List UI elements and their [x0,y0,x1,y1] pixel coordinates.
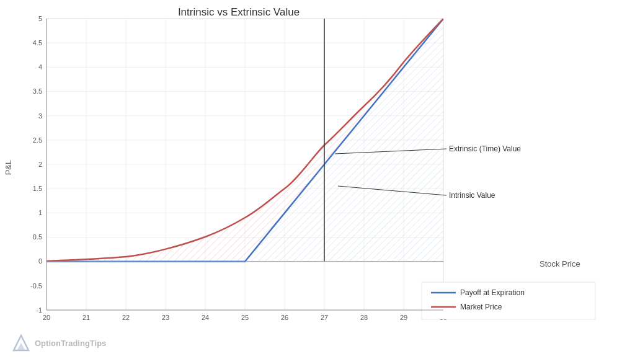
svg-text:2: 2 [38,161,42,168]
svg-text:26: 26 [281,314,288,321]
svg-text:27: 27 [321,314,328,321]
svg-text:22: 22 [122,314,130,321]
chart-svg: Intrinsic vs Extrinsic Value P&L Stock P… [0,0,635,364]
legend-payoff-label: Payoff at Expiration [460,288,525,297]
svg-text:5: 5 [38,15,42,22]
svg-text:3: 3 [38,112,42,120]
watermark: OptionTradingTips [11,333,106,353]
svg-text:20: 20 [43,314,50,321]
chart-container: Intrinsic vs Extrinsic Value P&L Stock P… [0,0,635,364]
x-axis-label: Stock Price [540,259,580,269]
chart-title: Intrinsic vs Extrinsic Value [178,6,300,18]
svg-text:29: 29 [400,314,407,321]
svg-text:-0.5: -0.5 [30,282,42,290]
svg-text:0.5: 0.5 [33,233,42,241]
svg-text:21: 21 [82,314,90,321]
svg-text:23: 23 [162,314,169,321]
extrinsic-label: Extrinsic (Time) Value [449,144,521,153]
legend-box [422,282,595,319]
svg-text:4: 4 [38,63,42,71]
svg-text:25: 25 [241,314,249,321]
watermark-icon [11,333,31,353]
svg-text:2.5: 2.5 [33,136,42,144]
svg-marker-51 [17,343,25,350]
intrinsic-label: Intrinsic Value [449,191,495,200]
watermark-text: OptionTradingTips [35,339,106,348]
svg-text:24: 24 [202,314,209,321]
svg-text:1.5: 1.5 [33,185,42,192]
svg-text:-1: -1 [36,306,42,314]
svg-text:0: 0 [38,257,42,265]
y-axis-ticks: 5 4.5 4 3.5 3 2.5 2 1.5 1 0.5 0 -1 -0.5 [30,15,42,314]
svg-text:1: 1 [38,209,42,216]
x-axis-ticks: 20 21 22 23 24 25 26 27 28 29 30 [43,314,447,321]
legend-market-label: Market Price [460,303,502,311]
svg-text:4.5: 4.5 [33,39,42,47]
svg-text:28: 28 [360,314,368,321]
svg-text:3.5: 3.5 [33,87,42,95]
y-axis-label: P&L [4,160,13,175]
